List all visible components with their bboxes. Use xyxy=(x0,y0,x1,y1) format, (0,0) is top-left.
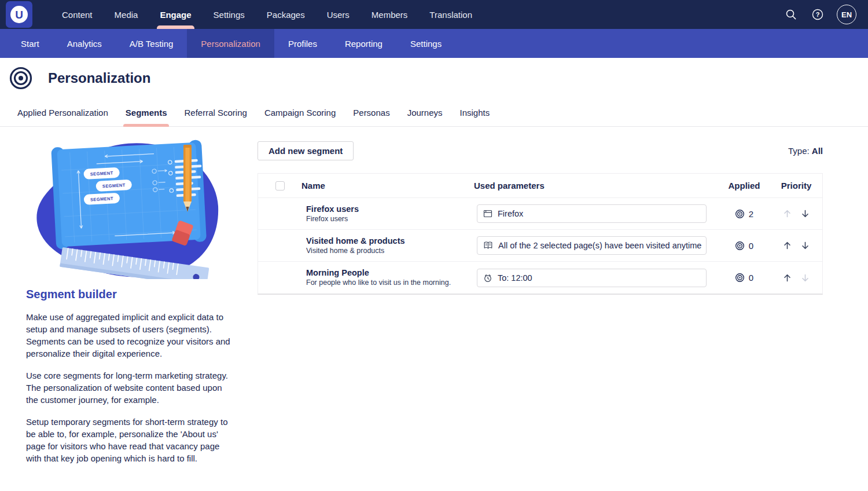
segment-parameter[interactable]: To: 12:00 xyxy=(477,269,707,287)
table-header-row: Name Used parameters Applied Priority xyxy=(258,174,822,198)
segment-builder-heading: Segment builder xyxy=(26,288,233,301)
parameter-text: All of the 2 selected page(s) have been … xyxy=(498,241,701,250)
page-header: Personalization xyxy=(0,58,868,98)
column-header-priority: Priority xyxy=(770,181,822,190)
alarm-clock-icon xyxy=(483,273,492,283)
segments-toolbar: Add new segment Type: All xyxy=(258,141,823,160)
segment-name[interactable]: Morning People xyxy=(306,268,474,278)
applied-count: 2 xyxy=(749,209,753,219)
segment-parameter[interactable]: Firefox xyxy=(477,204,707,223)
page-title: Personalization xyxy=(48,70,150,86)
priority-up-button[interactable] xyxy=(782,240,793,251)
browser-window-icon xyxy=(483,209,492,218)
subnav-item-analytics[interactable]: Analytics xyxy=(53,29,116,58)
segments-table: Name Used parameters Applied Priority Fi… xyxy=(258,173,823,295)
type-filter-label: Type: xyxy=(788,146,810,156)
user-avatar[interactable]: EN xyxy=(837,5,856,24)
target-icon xyxy=(735,273,745,283)
svg-text:?: ? xyxy=(816,11,820,18)
segment-builder-panel: SEGMENT SEGMENT SEGMENT xyxy=(26,138,233,464)
priority-up-button[interactable] xyxy=(782,273,793,283)
parameter-text: Firefox xyxy=(498,209,523,218)
pencil-illustration xyxy=(183,145,192,212)
table-row[interactable]: Visited home & products Visited home & p… xyxy=(258,230,822,262)
applied-count: 0 xyxy=(749,241,753,251)
add-new-segment-button[interactable]: Add new segment xyxy=(258,141,354,160)
segment-builder-illustration: SEGMENT SEGMENT SEGMENT xyxy=(26,138,232,279)
table-row[interactable]: Firefox users Firefox users Firefox xyxy=(258,198,822,230)
segments-content: SEGMENT SEGMENT SEGMENT xyxy=(0,127,868,491)
applied-count: 0 xyxy=(749,273,753,283)
topnav-item-members[interactable]: Members xyxy=(361,0,419,29)
tab-referral-scoring[interactable]: Referral Scoring xyxy=(184,98,247,126)
segment-parameter[interactable]: All of the 2 selected page(s) have been … xyxy=(477,236,707,255)
tab-applied-personalization[interactable]: Applied Personalization xyxy=(17,98,108,126)
topnav-item-media[interactable]: Media xyxy=(104,0,149,29)
type-filter-value: All xyxy=(812,146,823,156)
table-row[interactable]: Morning People For people who like to vi… xyxy=(258,262,822,294)
column-header-used-parameters: Used parameters xyxy=(474,181,718,190)
segment-builder-paragraph: Use core segments for long-term marketin… xyxy=(26,369,233,406)
engage-sub-navigation: Start Analytics A/B Testing Personalizat… xyxy=(0,29,868,58)
segment-name[interactable]: Firefox users xyxy=(306,204,474,214)
open-book-icon xyxy=(483,241,493,250)
topnav-item-content[interactable]: Content xyxy=(51,0,104,29)
segment-description: Firefox users xyxy=(306,215,474,223)
topnav-items: Content Media Engage Settings Packages U… xyxy=(51,0,483,29)
applied-cell: 0 xyxy=(718,273,770,283)
target-icon xyxy=(735,241,745,251)
search-icon[interactable] xyxy=(784,7,799,22)
applied-cell: 2 xyxy=(718,209,770,219)
topnav-item-packages[interactable]: Packages xyxy=(256,0,316,29)
tab-personas[interactable]: Personas xyxy=(353,98,389,126)
topnav-item-settings[interactable]: Settings xyxy=(203,0,256,29)
subnav-item-settings[interactable]: Settings xyxy=(396,29,455,58)
topnav-item-users[interactable]: Users xyxy=(316,0,361,29)
umbraco-logo-icon: U xyxy=(10,6,28,23)
bullseye-icon xyxy=(9,66,33,90)
umbraco-logo[interactable]: U xyxy=(6,1,32,28)
priority-down-button[interactable] xyxy=(800,208,811,219)
help-icon[interactable]: ? xyxy=(810,7,825,22)
segment-description: For people who like to visit us in the m… xyxy=(306,279,474,287)
subnav-item-profiles[interactable]: Profiles xyxy=(274,29,331,58)
segments-main: Add new segment Type: All Name Used para… xyxy=(258,141,823,295)
tab-journeys[interactable]: Journeys xyxy=(407,98,443,126)
applied-cell: 0 xyxy=(718,241,770,251)
segment-builder-paragraph: Make use of aggregated implicit and expl… xyxy=(26,311,233,360)
segment-name[interactable]: Visited home & products xyxy=(306,236,474,246)
tab-insights[interactable]: Insights xyxy=(460,98,490,126)
select-all-checkbox[interactable] xyxy=(275,181,285,190)
topnav-right: ? EN xyxy=(784,5,856,24)
column-header-applied: Applied xyxy=(718,181,770,190)
subnav-item-start[interactable]: Start xyxy=(7,29,53,58)
subnav-item-personalization[interactable]: Personalization xyxy=(187,29,274,58)
parameter-text: To: 12:00 xyxy=(498,273,532,283)
segment-description: Visited home & products xyxy=(306,247,474,255)
personalization-tabs: Applied Personalization Segments Referra… xyxy=(0,98,868,127)
segment-builder-paragraph: Setup temporary segments for short-term … xyxy=(26,416,233,464)
priority-down-button xyxy=(800,273,811,283)
top-navigation: U Content Media Engage Settings Packages… xyxy=(0,0,868,29)
priority-up-button xyxy=(782,208,793,219)
subnav-item-reporting[interactable]: Reporting xyxy=(331,29,396,58)
priority-down-button[interactable] xyxy=(800,240,811,251)
target-icon xyxy=(735,209,745,219)
topnav-item-translation[interactable]: Translation xyxy=(418,0,483,29)
type-filter[interactable]: Type: All xyxy=(788,146,823,156)
tab-segments[interactable]: Segments xyxy=(126,98,167,126)
column-header-name: Name xyxy=(301,181,474,190)
tab-campaign-scoring[interactable]: Campaign Scoring xyxy=(264,98,336,126)
topnav-item-engage[interactable]: Engage xyxy=(149,0,202,29)
subnav-item-ab-testing[interactable]: A/B Testing xyxy=(116,29,187,58)
